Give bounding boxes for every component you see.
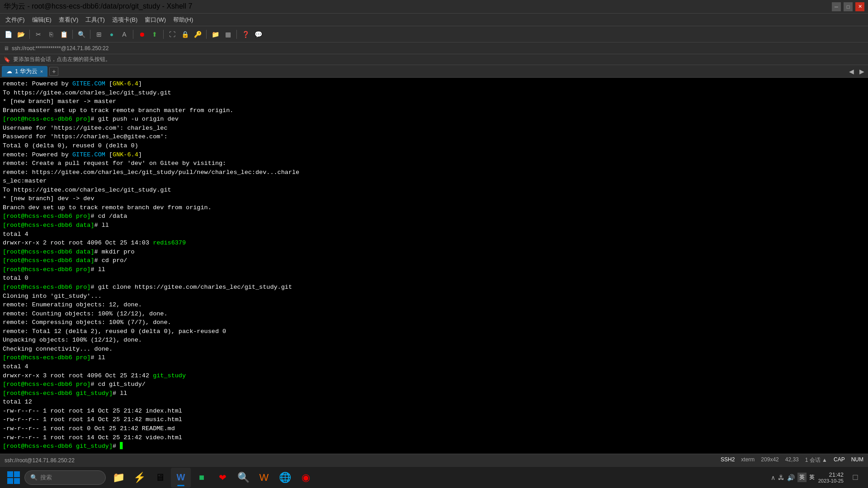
fullscreen-button[interactable]: ⛶ — [167, 29, 178, 40]
system-clock[interactable]: 21:42 2023-10-25 — [818, 471, 844, 483]
upload-button[interactable]: ⬆ — [149, 29, 160, 40]
taskbar-file-explorer[interactable]: 📁 — [108, 468, 128, 488]
lock-button[interactable]: 🔒 — [179, 29, 190, 40]
terminal-line: [root@hcss-ecs-dbb6 pro]# cd git_study/ — [3, 380, 865, 389]
menu-edit[interactable]: 编辑(E) — [28, 14, 55, 26]
status-sessions: 1 会话 ▲ — [805, 456, 827, 464]
font-button[interactable]: A — [119, 29, 130, 40]
notification-button[interactable]: □ — [847, 469, 863, 486]
status-num: NUM — [851, 456, 863, 464]
toolbar: 📄 📂 ✂ ⎘ 📋 🔍 ⊞ ● A ⏺ ⬆ ⛶ 🔒 🔑 📁 ▦ ❓ 💬 — [0, 26, 868, 42]
search-icon: 🔍 — [30, 474, 38, 481]
taskbar-wps-excel[interactable]: ■ — [192, 468, 212, 488]
terminal-line: Total 0 (delta 0), reused 0 (delta 0) — [3, 141, 865, 150]
menu-file[interactable]: 文件(F) — [2, 14, 28, 26]
info-text: 要添加当前会话，点击左侧的箭头按钮。 — [13, 56, 111, 63]
add-tab-button[interactable]: + — [49, 67, 58, 76]
paste-button[interactable]: 📋 — [58, 29, 69, 40]
menu-tabs[interactable]: 选项卡(B) — [108, 14, 141, 26]
bookmark-icon: 🔖 — [4, 56, 10, 63]
minimize-button[interactable]: ─ — [832, 2, 841, 11]
taskbar-browser[interactable]: 🌐 — [275, 468, 295, 488]
tab-huawei[interactable]: ☁ 1 华为云 × — [2, 66, 47, 77]
status-connection: ssh://root@124.71.86.250:22 — [5, 457, 721, 464]
tab-bar: ☁ 1 华为云 × + ◀ ▶ — [0, 65, 868, 78]
terminal-line: remote: Compressing objects: 100% (7/7),… — [3, 318, 865, 327]
terminal-line: [root@hcss-ecs-dbb6 data]# ll — [3, 221, 865, 230]
taskbar-app-redis[interactable]: ❤ — [212, 468, 232, 488]
compose-button[interactable]: ⊞ — [94, 29, 104, 40]
terminal-line: Branch master set up to track remote bra… — [3, 106, 865, 115]
terminal-line: remote: Counting objects: 100% (12/12), … — [3, 310, 865, 319]
taskbar-terminal[interactable]: 🖥 — [150, 468, 170, 488]
terminal-line: total 12 — [3, 398, 865, 407]
search-placeholder: 搜索 — [40, 474, 52, 482]
status-cap: CAP — [834, 456, 845, 464]
terminal-line: remote: Total 12 (delta 2), reused 0 (de… — [3, 327, 865, 336]
terminal-output[interactable]: remote: Powered by GITEE.COM [GNK-6.4]To… — [0, 78, 868, 454]
search-button[interactable]: 🔍 — [76, 29, 87, 40]
terminal-line: -rw-r--r-- 1 root root 14 Oct 25 21:42 m… — [3, 415, 865, 424]
terminal-line: Password for 'https://charles_lec@gitee.… — [3, 132, 865, 141]
tray-volume-icon[interactable]: 🔊 — [787, 474, 795, 481]
copy-button[interactable]: ⎘ — [46, 29, 57, 40]
close-button[interactable]: ✕ — [855, 2, 864, 11]
toolbar-separator-4 — [133, 30, 133, 39]
terminal-line: Cloning into 'git_study'... — [3, 292, 865, 301]
connection-bar: 🖥 ssh://root:************@124.71.86.250:… — [0, 42, 868, 54]
tab-close-button[interactable]: × — [40, 69, 43, 74]
start-button[interactable] — [4, 468, 24, 488]
tab-next-button[interactable]: ▶ — [858, 67, 866, 76]
menu-window[interactable]: 窗口(W) — [141, 14, 170, 26]
cut-button[interactable]: ✂ — [33, 29, 44, 40]
tabbar-nav: ◀ ▶ — [847, 67, 866, 76]
taskbar-app-doc[interactable]: ⚡ — [129, 468, 149, 488]
menu-help[interactable]: 帮助(H) — [170, 14, 197, 26]
toolbar-separator — [29, 30, 30, 39]
terminal-line: [root@hcss-ecs-dbb6 pro]# git clone http… — [3, 283, 865, 292]
taskbar-search-app[interactable]: 🔍 — [233, 468, 253, 488]
search-bar[interactable]: 🔍 搜索 — [24, 470, 106, 485]
open-button[interactable]: 📂 — [15, 29, 26, 40]
new-session-button[interactable]: 📄 — [3, 29, 14, 40]
window-controls: ─ □ ✕ — [832, 2, 864, 11]
terminal-line: * [new branch] dev -> dev — [3, 194, 865, 203]
tray-network-icon[interactable]: 🖧 — [778, 474, 784, 481]
menu-bar: 文件(F) 编辑(E) 查看(V) 工具(T) 选项卡(B) 窗口(W) 帮助(… — [0, 14, 868, 26]
terminal-line: Branch dev set up to track remote branch… — [3, 203, 865, 212]
taskbar: 🔍 搜索 📁 ⚡ 🖥 W ■ ❤ 🔍 — [0, 466, 868, 488]
taskbar-wangwang[interactable]: W — [254, 468, 274, 488]
tray-up-arrow[interactable]: ∧ — [771, 474, 775, 481]
color-button[interactable]: ● — [106, 29, 117, 40]
folder-button[interactable]: 📁 — [210, 29, 221, 40]
taskbar-red-app[interactable]: ◉ — [296, 468, 316, 488]
terminal-line: remote: Enumerating objects: 12, done. — [3, 300, 865, 310]
status-cursor: 42,33 — [785, 456, 799, 464]
status-protocol: SSH2 — [721, 456, 735, 464]
view-button[interactable]: ▦ — [222, 29, 233, 40]
terminal-line: drwxr-xr-x 2 root root 4096 Oct 25 14:03… — [3, 239, 865, 248]
language-indicator[interactable]: 英 — [797, 473, 807, 482]
toolbar-separator-7 — [236, 30, 237, 39]
clock-time: 21:42 — [818, 471, 844, 478]
terminal-line: remote: Powered by GITEE.COM [GNK-6.4] — [3, 80, 865, 89]
terminal-line: remote: Powered by GITEE.COM [GNK-6.4] — [3, 150, 865, 160]
system-tray: ∧ 🖧 🔊 英 英 — [771, 473, 815, 482]
help-button[interactable]: ❓ — [240, 29, 251, 40]
input-method[interactable]: 英 — [809, 474, 815, 481]
clock-date: 2023-10-25 — [818, 478, 844, 483]
menu-view[interactable]: 查看(V) — [55, 14, 82, 26]
tab-prev-button[interactable]: ◀ — [847, 67, 856, 76]
chat-button[interactable]: 💬 — [253, 29, 264, 40]
status-size: 209x42 — [761, 456, 778, 464]
taskbar-wps-word[interactable]: W — [171, 468, 191, 488]
terminal-line: [root@hcss-ecs-dbb6 git_study]# ▊ — [3, 442, 865, 451]
connection-icon: 🖥 — [4, 45, 9, 52]
toolbar-separator-5 — [163, 30, 164, 39]
maximize-button[interactable]: □ — [844, 2, 853, 11]
terminal-line: -rw-r--r-- 1 root root 0 Oct 25 21:42 RE… — [3, 424, 865, 433]
menu-tools[interactable]: 工具(T) — [82, 14, 108, 26]
terminal-line: -rw-r--r-- 1 root root 14 Oct 25 21:42 v… — [3, 433, 865, 442]
key-button[interactable]: 🔑 — [192, 29, 203, 40]
record-button[interactable]: ⏺ — [137, 29, 147, 40]
